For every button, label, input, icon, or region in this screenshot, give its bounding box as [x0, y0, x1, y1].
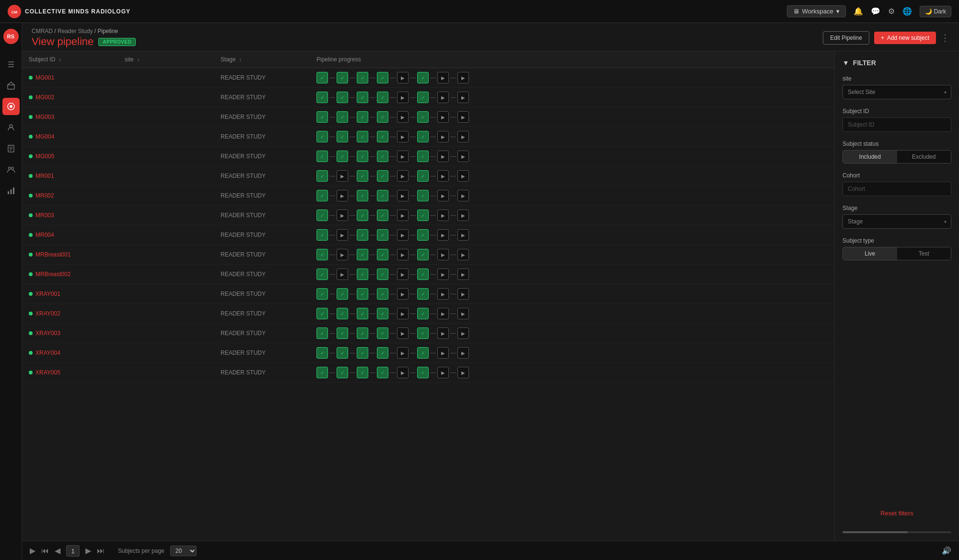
- pipeline-step[interactable]: ✓: [337, 72, 348, 83]
- pipeline-step[interactable]: ▶: [397, 347, 409, 359]
- pipeline-step[interactable]: ✓: [377, 151, 388, 162]
- prev-page-button[interactable]: ◀: [55, 546, 60, 555]
- pipeline-step[interactable]: ▶: [337, 249, 348, 260]
- pipeline-step[interactable]: ✓: [316, 151, 328, 162]
- pipeline-step[interactable]: ✓: [377, 288, 388, 300]
- overflow-menu-button[interactable]: ⋮: [941, 33, 949, 43]
- volume-icon[interactable]: 🔊: [942, 547, 951, 555]
- pipeline-step[interactable]: ✓: [337, 151, 348, 162]
- pipeline-step[interactable]: ▶: [397, 268, 409, 280]
- workspace-button[interactable]: 🖥 Workspace ▾: [787, 5, 846, 17]
- pipeline-step[interactable]: ▶: [337, 229, 348, 241]
- col-site[interactable]: site ↕: [118, 51, 214, 68]
- pipeline-step[interactable]: ✓: [357, 308, 368, 319]
- sidebar-item-users[interactable]: [2, 119, 20, 136]
- pipeline-step[interactable]: ▶: [397, 131, 409, 142]
- pipeline-step[interactable]: ✓: [377, 268, 388, 280]
- pipeline-step[interactable]: ✓: [316, 170, 328, 182]
- table-row[interactable]: MR001READER STUDY✓—▶—✓—✓—▶—✓—▶—▶: [22, 166, 834, 186]
- last-page-button[interactable]: ⏭: [97, 547, 105, 555]
- pipeline-step[interactable]: ✓: [377, 367, 388, 378]
- pipeline-step[interactable]: ▶: [457, 288, 469, 300]
- pipeline-step[interactable]: ✓: [316, 249, 328, 260]
- table-row[interactable]: MR004READER STUDY✓—▶—✓—✓—▶—✓—▶—▶: [22, 225, 834, 245]
- pipeline-step[interactable]: ✓: [417, 92, 429, 103]
- filter-cohort-input[interactable]: [842, 182, 951, 196]
- pipeline-step[interactable]: ▶: [337, 190, 348, 201]
- pipeline-step[interactable]: ✓: [316, 190, 328, 201]
- pipeline-step[interactable]: ✓: [337, 111, 348, 123]
- dark-mode-button[interactable]: 🌙 Dark: [920, 6, 951, 17]
- pipeline-step[interactable]: ✓: [417, 170, 429, 182]
- pipeline-step[interactable]: ✓: [377, 170, 388, 182]
- pipeline-step[interactable]: ✓: [357, 131, 368, 142]
- col-subject-id[interactable]: Subject ID ↕: [22, 51, 118, 68]
- first-page-button[interactable]: ⏮: [41, 547, 49, 555]
- pipeline-step[interactable]: ✓: [417, 249, 429, 260]
- pipeline-step[interactable]: ✓: [417, 327, 429, 339]
- pipeline-step[interactable]: ✓: [357, 170, 368, 182]
- pipeline-step[interactable]: ▶: [437, 151, 449, 162]
- pipeline-step[interactable]: ✓: [417, 131, 429, 142]
- pipeline-step[interactable]: ▶: [457, 327, 469, 339]
- pipeline-step[interactable]: ▶: [437, 308, 449, 319]
- filter-site-select[interactable]: Select Site: [842, 85, 951, 99]
- pipeline-step[interactable]: ✓: [337, 347, 348, 359]
- pipeline-step[interactable]: ▶: [397, 367, 409, 378]
- pipeline-step[interactable]: ✓: [337, 92, 348, 103]
- pipeline-step[interactable]: ✓: [377, 111, 388, 123]
- pipeline-step[interactable]: ✓: [337, 327, 348, 339]
- pipeline-step[interactable]: ✓: [377, 347, 388, 359]
- pipeline-step[interactable]: ▶: [397, 229, 409, 241]
- pipeline-step[interactable]: ✓: [377, 327, 388, 339]
- pipeline-step[interactable]: ✓: [417, 308, 429, 319]
- table-row[interactable]: XRAY004READER STUDY✓—✓—✓—✓—▶—✓—▶—▶: [22, 343, 834, 363]
- pipeline-step[interactable]: ▶: [437, 249, 449, 260]
- pipeline-step[interactable]: ✓: [417, 72, 429, 83]
- pipeline-step[interactable]: ✓: [316, 288, 328, 300]
- settings-icon[interactable]: ⚙: [888, 7, 895, 16]
- pipeline-step[interactable]: ▶: [457, 308, 469, 319]
- table-row[interactable]: MG003READER STUDY✓—✓—✓—✓—▶—✓—▶—▶: [22, 107, 834, 127]
- type-test-button[interactable]: Test: [897, 247, 951, 260]
- pipeline-step[interactable]: ▶: [397, 111, 409, 123]
- pipeline-step[interactable]: ✓: [337, 308, 348, 319]
- pipeline-step[interactable]: ✓: [316, 131, 328, 142]
- status-included-button[interactable]: Included: [843, 151, 897, 163]
- table-row[interactable]: XRAY001READER STUDY✓—✓—✓—✓—▶—✓—▶—▶: [22, 284, 834, 304]
- pipeline-step[interactable]: ✓: [357, 229, 368, 241]
- pipeline-step[interactable]: ✓: [316, 367, 328, 378]
- pipeline-step[interactable]: ▶: [397, 72, 409, 83]
- next-page-button[interactable]: ▶: [85, 546, 91, 555]
- pipeline-step[interactable]: ▶: [397, 249, 409, 260]
- pipeline-step[interactable]: ✓: [357, 288, 368, 300]
- pipeline-step[interactable]: ▶: [437, 347, 449, 359]
- pipeline-step[interactable]: ✓: [316, 111, 328, 123]
- status-excluded-button[interactable]: Excluded: [897, 151, 951, 163]
- pipeline-step[interactable]: ✓: [357, 210, 368, 221]
- pipeline-step[interactable]: ✓: [357, 111, 368, 123]
- table-row[interactable]: XRAY005READER STUDY✓—✓—✓—✓—▶—✓—▶—▶: [22, 363, 834, 383]
- pipeline-step[interactable]: ▶: [457, 268, 469, 280]
- pipeline-step[interactable]: ▶: [397, 288, 409, 300]
- play-button[interactable]: ▶: [30, 546, 35, 555]
- table-row[interactable]: MRBreast002READER STUDY✓—▶—✓—✓—▶—✓—▶—▶: [22, 265, 834, 284]
- pipeline-step[interactable]: ✓: [417, 151, 429, 162]
- pipeline-step[interactable]: ✓: [316, 268, 328, 280]
- pipeline-step[interactable]: ▶: [457, 229, 469, 241]
- sidebar-item-team[interactable]: [2, 161, 20, 178]
- pipeline-step[interactable]: ▶: [437, 190, 449, 201]
- pipeline-step[interactable]: ✓: [337, 131, 348, 142]
- pipeline-step[interactable]: ✓: [417, 210, 429, 221]
- table-row[interactable]: MRBreast001READER STUDY✓—▶—✓—✓—▶—✓—▶—▶: [22, 245, 834, 265]
- chat-icon[interactable]: 💬: [871, 7, 880, 16]
- pipeline-step[interactable]: ✓: [316, 347, 328, 359]
- pipeline-step[interactable]: ✓: [417, 190, 429, 201]
- pipeline-step[interactable]: ✓: [377, 131, 388, 142]
- pipeline-step[interactable]: ▶: [457, 190, 469, 201]
- pipeline-step[interactable]: ▶: [437, 170, 449, 182]
- filter-stage-select[interactable]: Stage: [842, 214, 951, 229]
- pipeline-step[interactable]: ▶: [397, 170, 409, 182]
- table-row[interactable]: MG004READER STUDY✓—✓—✓—✓—▶—✓—▶—▶: [22, 127, 834, 147]
- pipeline-step[interactable]: ▶: [457, 170, 469, 182]
